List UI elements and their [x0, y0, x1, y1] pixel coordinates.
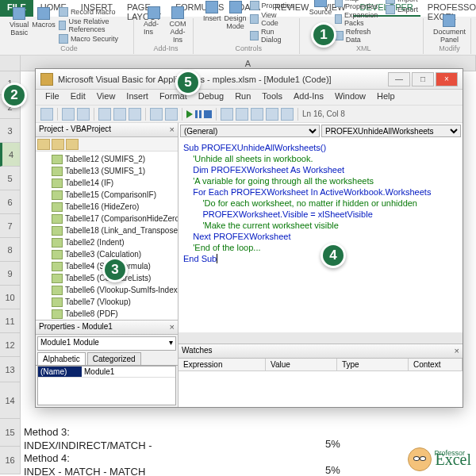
- row-header-15[interactable]: 15: [0, 419, 21, 447]
- tree-sheet-item[interactable]: Tabelle6 (Vlookup-SumIfs-Index): [37, 284, 176, 296]
- minimize-button[interactable]: —: [388, 72, 410, 86]
- close-button[interactable]: ×: [436, 72, 458, 86]
- run-icon[interactable]: [186, 110, 193, 118]
- folder-toggle-icon[interactable]: [66, 139, 79, 150]
- props-tab-categorized[interactable]: Categorized: [87, 352, 141, 365]
- tree-sheet-item[interactable]: Tabelle16 (HideZero): [37, 201, 176, 213]
- row-header-3[interactable]: 3: [0, 119, 21, 143]
- menu-view[interactable]: View: [92, 90, 121, 105]
- macros-button[interactable]: Macros: [32, 7, 56, 29]
- undo-icon[interactable]: [150, 108, 163, 121]
- view-code-button[interactable]: View Code: [250, 11, 294, 27]
- tree-sheet-item[interactable]: Tabelle18 (Link_and_Transpose): [37, 225, 176, 236]
- project-tree[interactable]: Tabelle12 (SUMIFS_2)Tabelle13 (SUMIFS_1)…: [36, 152, 178, 320]
- record-macro-button[interactable]: Record Macro: [59, 7, 129, 17]
- tree-sheet-item[interactable]: Tabelle15 (ComparisonIF): [37, 189, 176, 201]
- row-header-6[interactable]: 6: [0, 190, 21, 214]
- tree-sheet-item[interactable]: Tabelle17 (ComparisonHideZero): [37, 213, 176, 225]
- document-panel-button[interactable]: Document Panel: [433, 14, 466, 44]
- menu-help[interactable]: Help: [372, 90, 400, 105]
- code-hscrollbar[interactable]: [178, 332, 463, 344]
- menu-run[interactable]: Run: [230, 90, 255, 105]
- cell-method4: Method 4:: [24, 452, 70, 464]
- menu-edit[interactable]: Edit: [66, 90, 90, 105]
- run-dialog-button[interactable]: Run Dialog: [250, 28, 294, 44]
- visual-basic-button[interactable]: Visual Basic: [10, 7, 29, 36]
- redo-icon[interactable]: [165, 108, 178, 121]
- properties-button[interactable]: Properties: [250, 1, 294, 10]
- project-explorer-icon[interactable]: [236, 108, 248, 121]
- props-tab-alphabetic[interactable]: Alphabetic: [37, 352, 86, 365]
- row-header-8[interactable]: 8: [0, 238, 21, 262]
- row-header-13[interactable]: 13: [0, 357, 21, 382]
- expansion-packs-button[interactable]: Expansion Packs: [335, 11, 382, 27]
- save-icon[interactable]: [77, 108, 90, 121]
- tree-sheet-item[interactable]: Tabelle3 (Calculation): [37, 248, 176, 260]
- menu-tools[interactable]: Tools: [257, 90, 287, 105]
- properties-window-icon[interactable]: [251, 108, 263, 121]
- menu-insert[interactable]: Insert: [121, 90, 153, 105]
- select-all-corner[interactable]: [0, 56, 21, 71]
- watch-col-expression[interactable]: Expression: [178, 359, 266, 370]
- row-header-4[interactable]: 4: [0, 143, 21, 167]
- row-header-10[interactable]: 10: [0, 286, 21, 309]
- project-close-icon[interactable]: ×: [170, 125, 175, 135]
- menu-file[interactable]: File: [40, 90, 64, 105]
- maximize-button[interactable]: □: [412, 72, 434, 86]
- tree-sheet-item[interactable]: Tabelle12 (SUMIFS_2): [37, 153, 176, 165]
- menu-debug[interactable]: Debug: [194, 90, 228, 105]
- watches-body[interactable]: [178, 371, 463, 407]
- row-header-9[interactable]: 9: [0, 262, 21, 286]
- design-icon[interactable]: [221, 108, 233, 121]
- code-scope-dropdown[interactable]: (General): [180, 125, 320, 137]
- row-header-12[interactable]: 12: [0, 333, 21, 357]
- xml-source-button[interactable]: Source: [309, 0, 332, 16]
- vba-menubar: File Edit View Insert Format Debug Run T…: [36, 90, 463, 106]
- row-header-7[interactable]: 7: [0, 214, 21, 238]
- xml-import-button[interactable]: Import: [386, 0, 418, 4]
- menu-window[interactable]: Window: [330, 90, 370, 105]
- watch-col-value[interactable]: Value: [266, 359, 337, 370]
- row-header-5[interactable]: 5: [0, 167, 21, 190]
- row-header-14[interactable]: 14: [0, 382, 21, 419]
- props-object-dropdown[interactable]: Module1 Module▾: [37, 336, 176, 351]
- watch-col-context[interactable]: Context: [409, 359, 463, 370]
- refresh-data-button[interactable]: Refresh Data: [335, 28, 382, 44]
- menu-addins[interactable]: Add-Ins: [289, 90, 328, 105]
- stop-icon[interactable]: [204, 110, 212, 118]
- cut-icon[interactable]: [98, 108, 111, 121]
- insert-icon[interactable]: [62, 108, 75, 121]
- xml-export-button[interactable]: Export: [386, 5, 418, 14]
- relative-refs-button[interactable]: Use Relative References: [59, 17, 129, 33]
- view-excel-icon[interactable]: [40, 108, 53, 121]
- row-header-11[interactable]: 11: [0, 309, 21, 333]
- view-code-proj-icon[interactable]: [37, 139, 50, 150]
- watch-col-type[interactable]: Type: [337, 359, 409, 370]
- macro-security-button[interactable]: Macro Security: [59, 34, 129, 44]
- toolbox-icon[interactable]: [281, 108, 294, 121]
- code-editor[interactable]: Sub PROFEXUnhideAllWorksheets() 'Unhide …: [178, 139, 463, 332]
- row-header-16[interactable]: 16: [0, 447, 21, 474]
- prop-name-value[interactable]: Module1: [82, 367, 117, 377]
- tree-sheet-item[interactable]: Tabelle7 (Vlookup): [37, 296, 176, 308]
- view-object-icon[interactable]: [52, 139, 64, 150]
- insert-control-button[interactable]: Insert: [203, 1, 221, 22]
- code-proc-dropdown[interactable]: PROFEXUnhideAllWorksheets: [321, 125, 461, 137]
- callout-2: 2: [2, 83, 27, 108]
- paste-icon[interactable]: [129, 108, 141, 121]
- tree-sheet-item[interactable]: Tabelle13 (SUMIFS_1): [37, 165, 176, 177]
- addins-button[interactable]: Add-Ins: [144, 6, 164, 36]
- props-close-icon[interactable]: ×: [170, 322, 175, 332]
- vba-titlebar[interactable]: Microsoft Visual Basic for Applications …: [36, 69, 463, 90]
- design-mode-button[interactable]: Design Mode: [225, 1, 247, 30]
- tree-sheet-item[interactable]: Tabelle2 (Indent): [37, 236, 176, 248]
- map-properties-button[interactable]: Map Properties: [335, 0, 382, 10]
- tree-sheet-item[interactable]: Tabelle8 (PDF): [37, 308, 176, 320]
- watches-close-icon[interactable]: ×: [455, 346, 459, 356]
- copy-icon[interactable]: [113, 108, 126, 121]
- tree-sheet-item[interactable]: Tabelle14 (IF): [37, 177, 176, 189]
- watches-panel-title: Watches×: [178, 344, 463, 359]
- object-browser-icon[interactable]: [266, 108, 278, 121]
- pause-icon[interactable]: [195, 110, 202, 118]
- com-addins-button[interactable]: COM Add-Ins: [167, 6, 188, 44]
